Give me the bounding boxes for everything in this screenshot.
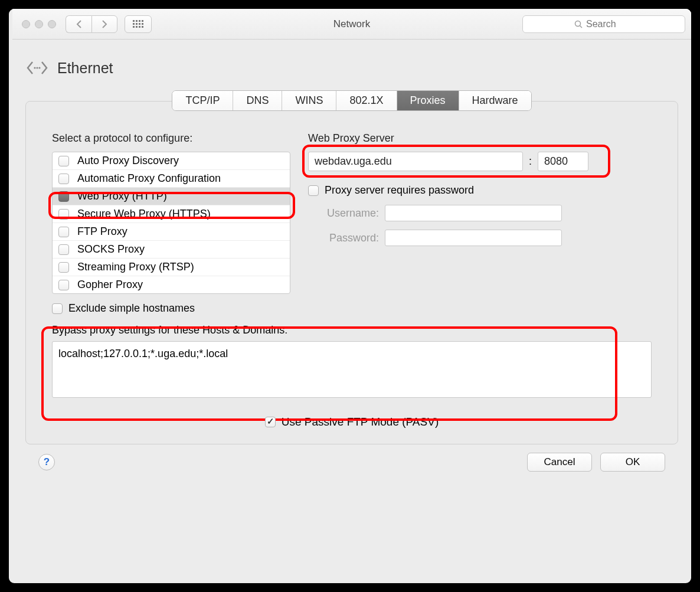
password-input[interactable] bbox=[385, 230, 562, 246]
zoom-icon[interactable] bbox=[48, 20, 56, 28]
protocol-label: Automatic Proxy Configuration bbox=[77, 172, 221, 185]
search-input[interactable] bbox=[586, 19, 633, 30]
protocol-label: Streaming Proxy (RTSP) bbox=[77, 261, 194, 273]
proxy-port-input[interactable] bbox=[538, 152, 588, 171]
protocol-checkbox[interactable] bbox=[58, 156, 69, 166]
exclude-simple-checkbox[interactable] bbox=[52, 303, 63, 314]
pasv-checkbox[interactable] bbox=[265, 417, 276, 427]
proxy-server-label: Web Proxy Server bbox=[308, 132, 652, 145]
traffic-lights bbox=[22, 20, 56, 28]
exclude-simple-label: Exclude simple hostnames bbox=[68, 302, 195, 315]
protocol-checkbox[interactable] bbox=[58, 191, 69, 202]
tabbar: TCP/IPDNSWINS802.1XProxiesHardware bbox=[25, 90, 678, 111]
protocol-item[interactable]: Secure Web Proxy (HTTPS) bbox=[53, 205, 290, 223]
svg-point-4 bbox=[38, 67, 40, 68]
cancel-button[interactable]: Cancel bbox=[527, 453, 592, 472]
show-all-button[interactable] bbox=[125, 15, 152, 33]
window-title: Network bbox=[333, 18, 370, 30]
host-port-separator: : bbox=[529, 155, 532, 168]
protocol-checkbox[interactable] bbox=[58, 174, 69, 184]
protocol-checkbox[interactable] bbox=[58, 209, 69, 220]
back-button[interactable] bbox=[66, 15, 91, 33]
password-label: Password: bbox=[308, 232, 379, 244]
svg-line-1 bbox=[580, 25, 583, 28]
tab-802-1x[interactable]: 802.1X bbox=[336, 91, 397, 110]
bypass-value: localhost;127.0.0.1;*.uga.edu;*.local bbox=[58, 348, 228, 359]
protocol-label: FTP Proxy bbox=[77, 225, 127, 238]
protocol-item[interactable]: Gopher Proxy bbox=[53, 276, 290, 293]
proxy-host-input[interactable] bbox=[308, 152, 523, 171]
protocol-checkbox[interactable] bbox=[58, 262, 69, 273]
help-button[interactable]: ? bbox=[38, 454, 55, 470]
window-frame: Network Ethernet TCP/IPDNSWINS802.1XProx… bbox=[7, 7, 693, 585]
protocol-item[interactable]: Auto Proxy Discovery bbox=[53, 152, 290, 170]
tab-tcp-ip[interactable]: TCP/IP bbox=[172, 91, 233, 110]
protocol-item[interactable]: SOCKS Proxy bbox=[53, 241, 290, 259]
protocol-label: Web Proxy (HTTP) bbox=[77, 190, 167, 202]
protocol-label: Secure Web Proxy (HTTPS) bbox=[77, 208, 211, 220]
tab-proxies[interactable]: Proxies bbox=[397, 91, 459, 110]
protocol-list[interactable]: Auto Proxy DiscoveryAutomatic Proxy Conf… bbox=[52, 152, 290, 294]
interface-header: Ethernet bbox=[25, 56, 678, 80]
pasv-row[interactable]: Use Passive FTP Mode (PASV) bbox=[52, 416, 652, 429]
username-input[interactable] bbox=[385, 205, 562, 221]
tab-dns[interactable]: DNS bbox=[233, 91, 282, 110]
protocol-checkbox[interactable] bbox=[58, 244, 69, 255]
protocol-item[interactable]: Web Proxy (HTTP) bbox=[53, 188, 290, 205]
requires-password-label: Proxy server requires password bbox=[325, 184, 474, 197]
tab-wins[interactable]: WINS bbox=[282, 91, 336, 110]
grid-icon bbox=[133, 20, 143, 28]
protocol-checkbox[interactable] bbox=[58, 227, 69, 237]
exclude-simple-row[interactable]: Exclude simple hostnames bbox=[52, 302, 290, 315]
nav-buttons bbox=[66, 15, 117, 33]
protocol-label: Auto Proxy Discovery bbox=[77, 155, 179, 167]
search-icon bbox=[574, 20, 583, 28]
search-field[interactable] bbox=[522, 15, 685, 33]
protocol-label: SOCKS Proxy bbox=[77, 243, 145, 256]
protocol-item[interactable]: Streaming Proxy (RTSP) bbox=[53, 259, 290, 276]
protocol-checkbox[interactable] bbox=[58, 280, 69, 290]
pasv-label: Use Passive FTP Mode (PASV) bbox=[282, 416, 439, 429]
svg-point-2 bbox=[34, 67, 35, 68]
minimize-icon[interactable] bbox=[35, 20, 43, 28]
forward-button[interactable] bbox=[91, 15, 117, 33]
requires-password-checkbox[interactable] bbox=[308, 185, 319, 196]
content: Ethernet TCP/IPDNSWINS802.1XProxiesHardw… bbox=[12, 40, 691, 472]
protocol-item[interactable]: FTP Proxy bbox=[53, 223, 290, 241]
ethernet-icon bbox=[25, 56, 49, 80]
protocol-select-label: Select a protocol to configure: bbox=[52, 132, 290, 145]
bypass-textarea[interactable]: localhost;127.0.0.1;*.uga.edu;*.local bbox=[52, 341, 652, 398]
protocol-label: Gopher Proxy bbox=[77, 279, 143, 291]
footer: ? Cancel OK bbox=[25, 444, 678, 472]
close-icon[interactable] bbox=[22, 20, 30, 28]
tab-hardware[interactable]: Hardware bbox=[459, 91, 531, 110]
bypass-label: Bypass proxy settings for these Hosts & … bbox=[52, 324, 652, 336]
requires-password-row[interactable]: Proxy server requires password bbox=[308, 184, 652, 197]
username-label: Username: bbox=[308, 207, 379, 220]
protocol-item[interactable]: Automatic Proxy Configuration bbox=[53, 170, 290, 188]
svg-point-0 bbox=[575, 21, 581, 26]
proxies-panel: Select a protocol to configure: Auto Pro… bbox=[25, 101, 678, 444]
window: Network Ethernet TCP/IPDNSWINS802.1XProx… bbox=[12, 9, 691, 578]
interface-title: Ethernet bbox=[57, 60, 113, 77]
titlebar: Network bbox=[12, 9, 691, 40]
svg-point-3 bbox=[36, 67, 38, 68]
ok-button[interactable]: OK bbox=[600, 453, 665, 472]
